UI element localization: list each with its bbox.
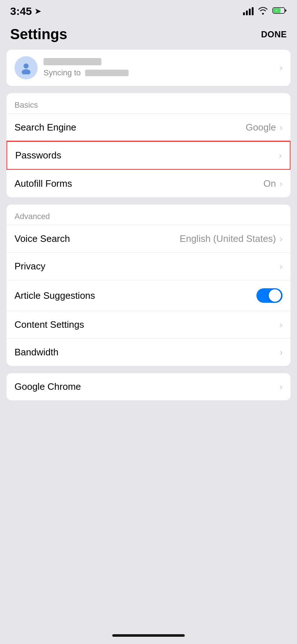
advanced-section-header: Advanced [7, 205, 290, 225]
person-icon [20, 61, 33, 74]
voice-search-label: Voice Search [14, 233, 70, 244]
bandwidth-right: › [280, 347, 283, 358]
account-sync: Syncing to [43, 68, 280, 78]
privacy-row[interactable]: Privacy › [7, 252, 290, 280]
account-info: Syncing to [43, 58, 280, 78]
article-suggestions-right [256, 288, 283, 303]
home-indicator [112, 634, 185, 637]
account-name-blur [43, 58, 101, 65]
basics-card: Basics Search Engine Google › Passwords … [7, 93, 290, 197]
autofill-forms-right: On › [263, 178, 283, 189]
avatar [14, 56, 38, 79]
passwords-row[interactable]: Passwords › [7, 141, 290, 170]
svg-point-3 [24, 63, 29, 69]
autofill-forms-chevron: › [280, 179, 283, 189]
wifi-icon [258, 7, 268, 16]
bandwidth-chevron: › [280, 347, 283, 358]
google-chrome-label: Google Chrome [14, 381, 81, 392]
privacy-chevron: › [280, 261, 283, 272]
voice-search-value: English (United States) [180, 233, 276, 244]
battery-icon [272, 7, 287, 16]
done-button[interactable]: DONE [261, 29, 287, 40]
search-engine-row[interactable]: Search Engine Google › [7, 113, 290, 141]
account-chevron: › [280, 63, 283, 73]
toggle-knob [269, 289, 281, 302]
bandwidth-label: Bandwidth [14, 347, 58, 358]
status-time: 3:45 ➤ [10, 5, 41, 17]
article-suggestions-toggle[interactable] [256, 288, 283, 303]
google-chrome-chevron: › [280, 382, 283, 392]
passwords-label: Passwords [15, 150, 61, 161]
status-icons [243, 7, 287, 16]
bandwidth-row[interactable]: Bandwidth › [7, 338, 290, 366]
content-settings-row[interactable]: Content Settings › [7, 311, 290, 338]
time-label: 3:45 [10, 5, 32, 17]
search-engine-value: Google [246, 122, 276, 133]
google-chrome-card: Google Chrome › [7, 373, 290, 400]
google-chrome-row[interactable]: Google Chrome › [7, 373, 290, 400]
account-email-blur [85, 70, 129, 76]
content-settings-right: › [280, 320, 283, 330]
account-row[interactable]: Syncing to › [7, 50, 290, 86]
passwords-chevron: › [279, 150, 282, 161]
google-chrome-right: › [280, 382, 283, 392]
voice-search-chevron: › [280, 234, 283, 244]
voice-search-row[interactable]: Voice Search English (United States) › [7, 225, 290, 252]
advanced-card: Advanced Voice Search English (United St… [7, 205, 290, 366]
signal-icon [243, 7, 254, 15]
passwords-right: › [279, 150, 282, 161]
syncing-label: Syncing to [43, 68, 81, 78]
article-suggestions-label: Article Suggestions [14, 290, 95, 301]
content-settings-label: Content Settings [14, 319, 84, 330]
status-bar: 3:45 ➤ [0, 0, 297, 20]
content-settings-chevron: › [280, 320, 283, 330]
svg-rect-1 [285, 9, 286, 12]
autofill-forms-row[interactable]: Autofill Forms On › [7, 170, 290, 197]
privacy-label: Privacy [14, 261, 45, 272]
basics-section-header: Basics [7, 93, 290, 113]
account-card: Syncing to › [7, 50, 290, 86]
autofill-forms-value: On [263, 178, 276, 189]
article-suggestions-row[interactable]: Article Suggestions [7, 280, 290, 311]
privacy-right: › [280, 261, 283, 272]
page-header: Settings DONE [0, 20, 297, 50]
voice-search-right: English (United States) › [180, 233, 283, 244]
autofill-forms-label: Autofill Forms [14, 178, 72, 189]
svg-point-4 [22, 69, 30, 74]
search-engine-right: Google › [246, 122, 283, 133]
search-engine-label: Search Engine [14, 122, 76, 133]
search-engine-chevron: › [280, 123, 283, 133]
location-icon: ➤ [35, 7, 41, 16]
page-title: Settings [10, 26, 67, 42]
